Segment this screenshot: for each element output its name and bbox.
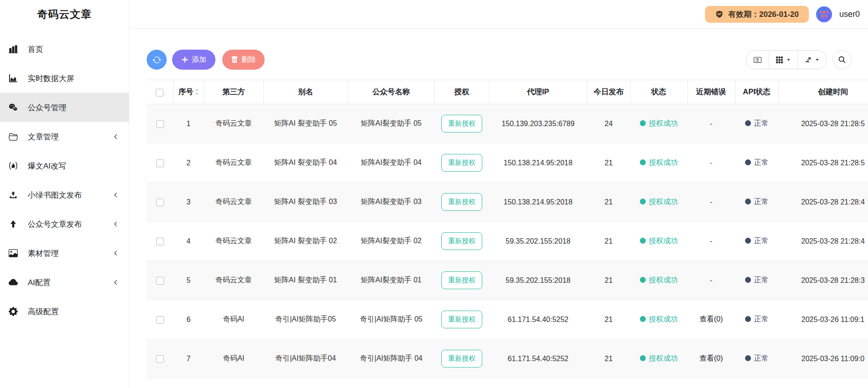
cell-today-published: 21 bbox=[587, 339, 630, 378]
avatar-text: 矩阵AI助手 bbox=[818, 10, 830, 18]
status-text: 授权成功 bbox=[649, 198, 678, 205]
api-status-dot bbox=[745, 355, 751, 361]
export-button[interactable] bbox=[797, 51, 826, 69]
table-header-row: 序号 第三方 别名 公众号名称 授权 代理IP 今日发布 状态 近期错误 API… bbox=[147, 80, 868, 104]
cell-proxy-ip: 59.35.202.155:2018 bbox=[489, 261, 587, 300]
username[interactable]: user0 bbox=[839, 10, 860, 19]
sidebar-item-material-manage[interactable]: 素材管理 bbox=[0, 239, 129, 268]
table-row: 1 奇码云文章 矩阵AI 裂变助手 05 矩阵AI裂变助手 05 重新授权 15… bbox=[147, 104, 868, 143]
reauth-button[interactable]: 重新授权 bbox=[441, 311, 482, 328]
cell-created-at: 2025-03-28 21:28:4 bbox=[778, 222, 868, 261]
cell-no: 6 bbox=[173, 300, 204, 339]
status-dot bbox=[640, 277, 646, 283]
fire-icon bbox=[9, 161, 18, 170]
api-status-dot bbox=[745, 159, 751, 165]
accounts-table: 序号 第三方 别名 公众号名称 授权 代理IP 今日发布 状态 近期错误 API… bbox=[147, 80, 868, 388]
cell-alias: 矩阵AI 裂变助手 04 bbox=[263, 143, 348, 183]
detail-view-button[interactable] bbox=[746, 51, 769, 69]
row-checkbox[interactable] bbox=[156, 238, 164, 245]
select-all-checkbox[interactable] bbox=[156, 89, 163, 97]
shield-heart-icon bbox=[715, 10, 724, 19]
sidebar-item-article-manage[interactable]: 文章管理 bbox=[0, 122, 129, 151]
cell-created-at: 2025-03-28 21:28:4 bbox=[778, 183, 868, 222]
sidebar-item-home[interactable]: 首页 bbox=[0, 35, 129, 64]
row-checkbox[interactable] bbox=[156, 199, 164, 206]
table-row: 4 奇码云文章 矩阵AI 裂变助手 02 矩阵AI裂变助手 02 重新授权 59… bbox=[147, 222, 868, 261]
app-title: 奇码云文章 bbox=[0, 0, 129, 28]
row-checkbox[interactable] bbox=[156, 159, 164, 167]
api-status-text: 正常 bbox=[754, 198, 769, 205]
cell-created-at: 2025-03-28 21:28:5 bbox=[778, 104, 868, 143]
reauth-button[interactable]: 重新授权 bbox=[441, 350, 482, 368]
row-checkbox[interactable] bbox=[156, 277, 164, 285]
cell-account-name: 矩阵AI裂变助手 03 bbox=[348, 183, 434, 222]
toolbar: 添加 删除 bbox=[147, 50, 852, 70]
sidebar-item-advanced-config[interactable]: 高级配置 bbox=[0, 297, 129, 326]
sidebar-item-realtime-screen[interactable]: 实时数据大屏 bbox=[0, 64, 129, 93]
reauth-button[interactable]: 重新授权 bbox=[441, 271, 482, 289]
view-errors-link[interactable]: 查看(0) bbox=[700, 354, 723, 362]
add-button[interactable]: 添加 bbox=[172, 50, 215, 70]
row-checkbox[interactable] bbox=[156, 355, 164, 363]
table-view-tools bbox=[746, 50, 852, 69]
columns-toggle-button[interactable] bbox=[769, 51, 797, 69]
cell-proxy-ip: 59.35.202.155:2018 bbox=[489, 222, 587, 261]
status-text: 授权成功 bbox=[649, 315, 678, 323]
refresh-icon bbox=[153, 56, 161, 64]
cell-third-party: 奇码云文章 bbox=[204, 104, 263, 143]
sidebar-item-label: 首页 bbox=[28, 44, 43, 55]
search-button[interactable] bbox=[832, 50, 852, 69]
upload-icon bbox=[9, 190, 18, 199]
cell-account-name: 奇引|AI矩阵助手 03 bbox=[348, 378, 434, 388]
reauth-button[interactable]: 重新授权 bbox=[441, 154, 482, 172]
cell-no: 3 bbox=[173, 183, 204, 222]
cell-account-name: 奇引|AI矩阵助手 04 bbox=[348, 339, 434, 378]
cell-proxy-ip: 61.171.54.40:5252 bbox=[489, 300, 587, 339]
row-checkbox[interactable] bbox=[156, 316, 164, 324]
sidebar-item-ai-rewrite[interactable]: 爆文AI改写 bbox=[0, 151, 129, 180]
cell-recent-errors: - bbox=[687, 261, 735, 300]
view-errors-link[interactable]: 查看(0) bbox=[700, 315, 723, 323]
accounts-table-wrap: 序号 第三方 别名 公众号名称 授权 代理IP 今日发布 状态 近期错误 API… bbox=[147, 80, 868, 388]
chevron-left-icon bbox=[112, 250, 119, 256]
refresh-button[interactable] bbox=[147, 50, 167, 70]
cloud-icon bbox=[9, 278, 18, 287]
delete-button[interactable]: 删除 bbox=[222, 50, 265, 70]
table-row: 2 奇码云文章 矩阵AI 裂变助手 04 矩阵AI裂变助手 04 重新授权 15… bbox=[147, 143, 868, 183]
row-checkbox[interactable] bbox=[156, 120, 164, 128]
app-window: 奇码云文章 首页 实时数据大屏 公众号管理 文章管理 爆文AI改写 小绿书图文发… bbox=[0, 0, 868, 388]
sidebar-item-ai-config[interactable]: AI配置 bbox=[0, 268, 129, 297]
sidebar-item-label: 公众号文章发布 bbox=[28, 219, 82, 230]
cell-third-party: 奇码AI bbox=[204, 378, 263, 388]
sidebar-item-account-publish[interactable]: 公众号文章发布 bbox=[0, 209, 129, 239]
reauth-button[interactable]: 重新授权 bbox=[441, 232, 482, 250]
grid-icon bbox=[776, 56, 783, 64]
wechat-icon bbox=[9, 103, 18, 112]
bar-chart-icon bbox=[9, 45, 18, 54]
api-status-text: 正常 bbox=[754, 237, 769, 245]
trash-icon bbox=[231, 56, 238, 63]
status-text: 授权成功 bbox=[649, 276, 678, 284]
sidebar-item-label: 公众号管理 bbox=[28, 102, 66, 113]
cell-created-at: 2025-03-28 21:28:5 bbox=[778, 143, 868, 183]
cell-today-published: 21 bbox=[587, 222, 630, 261]
reauth-button[interactable]: 重新授权 bbox=[441, 193, 482, 211]
sidebar-item-xiaolvshu-publish[interactable]: 小绿书图文发布 bbox=[0, 180, 129, 209]
sidebar-item-label: 高级配置 bbox=[28, 306, 59, 317]
cell-proxy-ip: 150.139.203.235:6789 bbox=[489, 104, 587, 143]
cell-today-published: 21 bbox=[587, 261, 630, 300]
cell-alias: 奇引|AI矩阵助手05 bbox=[263, 300, 348, 339]
api-status-text: 正常 bbox=[754, 158, 769, 166]
reauth-button[interactable]: 重新授权 bbox=[441, 115, 482, 133]
sidebar-item-wechat-accounts[interactable]: 公众号管理 bbox=[0, 93, 129, 122]
sidebar-menu: 首页 实时数据大屏 公众号管理 文章管理 爆文AI改写 小绿书图文发布 公众号文… bbox=[0, 28, 129, 326]
cell-recent-errors: 查看(0) bbox=[687, 339, 735, 378]
api-status-text: 正常 bbox=[754, 276, 769, 284]
column-header-no[interactable]: 序号 bbox=[173, 80, 204, 104]
sidebar-item-label: 素材管理 bbox=[28, 248, 59, 259]
avatar[interactable]: 矩阵AI助手 bbox=[816, 6, 832, 22]
api-status-dot bbox=[745, 277, 751, 283]
cell-no: 5 bbox=[173, 261, 204, 300]
cell-created-at: 2025-03-28 21:28:3 bbox=[778, 261, 868, 300]
validity-badge: 有效期：2026-01-20 bbox=[705, 6, 809, 23]
